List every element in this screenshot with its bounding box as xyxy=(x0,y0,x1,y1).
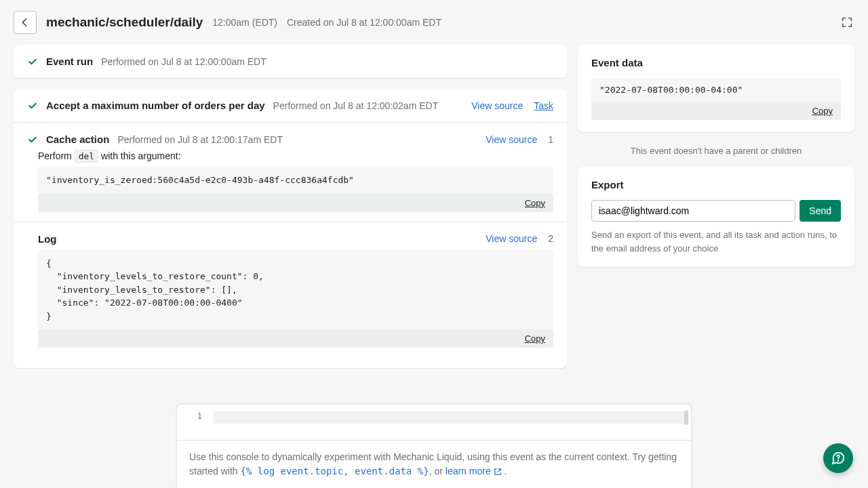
event-run-row: Event run Performed on Jul 8 at 12:00:00… xyxy=(14,45,567,78)
cache-view-source-link[interactable]: View source xyxy=(486,134,537,145)
console-help-mid: , or xyxy=(429,466,446,476)
parent-children-note: This event doesn't have a parent or chil… xyxy=(578,143,854,167)
log-count: 2 xyxy=(548,233,553,244)
task-run-performed: Performed on Jul 8 at 12:00:02am EDT xyxy=(273,100,439,111)
line-number: 1 xyxy=(177,411,202,421)
log-title: Log xyxy=(38,233,57,245)
arg-op-pill: del xyxy=(75,150,98,163)
scrollbar-thumb[interactable] xyxy=(684,410,688,425)
log-copy-button[interactable]: Copy xyxy=(525,333,545,344)
header-time: 12:00am (EDT) xyxy=(212,17,277,28)
export-title: Export xyxy=(591,179,841,190)
cache-action-performed: Performed on Jul 8 at 12:00:17am EDT xyxy=(117,134,283,145)
event-data-title: Event data xyxy=(591,57,841,68)
cache-copy-button[interactable]: Copy xyxy=(525,198,545,208)
export-card: Export Send Send an export of this event… xyxy=(578,167,854,267)
console-help-suffix: . xyxy=(502,466,507,476)
event-data-copy-button[interactable]: Copy xyxy=(812,106,833,116)
task-link[interactable]: Task xyxy=(534,100,553,111)
cache-argument-code: "inventory_is_zeroed:560c4a5d-e2c0-493b-… xyxy=(38,167,553,194)
console-editor[interactable]: 1 xyxy=(177,405,691,441)
external-link-icon xyxy=(494,468,502,476)
task-view-source-link[interactable]: View source xyxy=(471,100,523,111)
arg-prefix: Perform xyxy=(38,150,75,161)
chat-help-icon xyxy=(831,451,846,466)
log-code: { "inventory_levels_to_restore_count": 0… xyxy=(38,250,553,330)
task-run-title: Accept a maximum number of orders per da… xyxy=(46,100,265,111)
check-icon xyxy=(27,56,38,67)
console-snippet[interactable]: {% log event.topic, event.data %} xyxy=(240,466,429,476)
help-fab[interactable] xyxy=(823,443,853,473)
check-icon xyxy=(27,134,38,145)
editor-content[interactable] xyxy=(210,405,691,440)
liquid-console: 1 Use this console to dynamically experi… xyxy=(176,404,692,488)
header-created: Created on Jul 8 at 12:00:00am EDT xyxy=(287,17,441,28)
cache-action-count: 1 xyxy=(548,134,553,145)
svg-point-0 xyxy=(838,460,839,461)
arg-suffix: with this argument: xyxy=(98,150,180,161)
cache-action-row: Cache action Performed on Jul 8 at 12:00… xyxy=(14,123,567,150)
log-view-source-link[interactable]: View source xyxy=(486,233,537,244)
maximize-icon xyxy=(841,16,853,28)
event-data-code: "2022-07-08T00:00:00-04:00" xyxy=(591,78,841,102)
learn-more-link[interactable]: learn more xyxy=(446,466,502,476)
export-help-text: Send an export of this event, and all it… xyxy=(591,228,841,255)
export-email-input[interactable] xyxy=(591,200,795,222)
console-help: Use this console to dynamically experime… xyxy=(177,441,691,488)
editor-gutter: 1 xyxy=(177,405,210,440)
event-run-title: Event run xyxy=(46,56,93,67)
check-icon xyxy=(27,100,38,111)
task-run-row: Accept a maximum number of orders per da… xyxy=(14,89,567,123)
arrow-left-icon xyxy=(19,16,31,28)
back-button[interactable] xyxy=(14,11,37,34)
export-send-button[interactable]: Send xyxy=(800,200,841,222)
cache-action-title: Cache action xyxy=(46,134,109,145)
cache-argument-line: Perform del with this argument: xyxy=(14,150,567,167)
event-data-card: Event data "2022-07-08T00:00:00-04:00" C… xyxy=(578,45,854,132)
expand-button[interactable] xyxy=(840,15,854,30)
page-title: mechanic/scheduler/daily xyxy=(46,15,203,30)
event-run-performed: Performed on Jul 8 at 12:00:00am EDT xyxy=(101,56,267,67)
